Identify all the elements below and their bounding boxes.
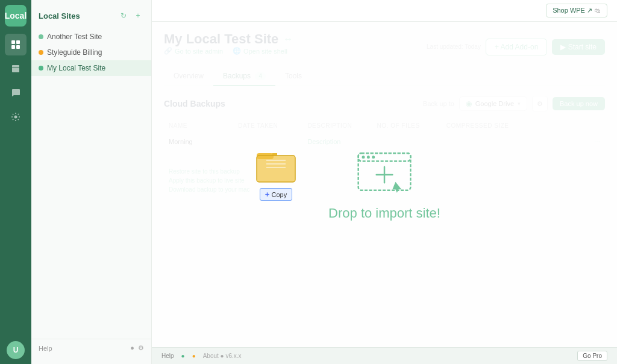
sidebar-item-label: Another Test Site bbox=[47, 33, 102, 41]
sidebar-help-link[interactable]: Help bbox=[39, 345, 52, 352]
sidebar-bottom: Help ● ⚙ bbox=[31, 339, 151, 357]
chat-icon bbox=[11, 88, 20, 98]
svg-rect-6 bbox=[359, 153, 411, 161]
sites-icon bbox=[11, 40, 20, 49]
nav-chat[interactable] bbox=[5, 82, 27, 104]
status-site-info: About ● v6.x.x bbox=[203, 353, 242, 359]
status-bar: Help ● ● About ● v6.x.x Go Pro bbox=[152, 347, 617, 364]
sidebar-item-my-local-test-site[interactable]: My Local Test Site bbox=[31, 60, 151, 76]
sidebar-refresh-button[interactable]: ↻ bbox=[117, 10, 130, 22]
sidebar-item-label: Styleguide Billing bbox=[47, 48, 102, 57]
svg-point-8 bbox=[367, 155, 370, 158]
svg-rect-2 bbox=[11, 45, 15, 49]
gear-icon bbox=[11, 112, 20, 122]
content-area: My Local Test Site ↔ 🔗 Go to site admin … bbox=[152, 22, 617, 347]
browser-add-icon bbox=[354, 148, 415, 196]
user-avatar[interactable]: U bbox=[7, 341, 25, 359]
sidebar-item-styleguide-billing[interactable]: Styleguide Billing bbox=[31, 45, 151, 60]
sidebar-header: Local Sites ↻ + bbox=[31, 7, 151, 29]
sidebar-header-actions: ↻ + bbox=[117, 10, 144, 22]
icon-bar: Local U bbox=[0, 0, 31, 364]
external-link-icon: 🛍 bbox=[595, 7, 601, 14]
main-area: Shop WPE ↗ 🛍 My Local Test Site ↔ 🔗 Go t… bbox=[152, 0, 617, 364]
svg-rect-1 bbox=[16, 40, 20, 44]
drop-overlay: Drop to import site! bbox=[152, 22, 617, 347]
drop-text: Drop to import site! bbox=[328, 206, 440, 221]
status-indicator-2: ● bbox=[192, 353, 196, 359]
site-status-dot bbox=[39, 66, 43, 71]
status-indicator-1: ● bbox=[181, 353, 185, 359]
svg-rect-3 bbox=[16, 45, 20, 49]
status-bar-left: Help ● ● About ● v6.x.x bbox=[161, 353, 242, 359]
nav-addons[interactable] bbox=[5, 58, 27, 80]
svg-point-7 bbox=[362, 155, 365, 158]
sidebar-add-button[interactable]: + bbox=[132, 10, 144, 22]
svg-point-4 bbox=[14, 116, 17, 119]
site-status-dot bbox=[39, 34, 43, 39]
site-status-dot bbox=[39, 50, 43, 55]
svg-point-9 bbox=[372, 155, 375, 158]
nav-settings[interactable] bbox=[5, 106, 27, 128]
sidebar-notification-icon[interactable]: ● bbox=[130, 344, 134, 352]
sidebar-item-label: My Local Test Site bbox=[47, 64, 105, 72]
sidebar-item-another-test-site[interactable]: Another Test Site bbox=[31, 29, 151, 45]
status-help-text[interactable]: Help bbox=[161, 353, 174, 359]
sidebar: Local Sites ↻ + Another Test Site Styleg… bbox=[31, 0, 152, 364]
topbar: Shop WPE ↗ 🛍 bbox=[152, 0, 617, 22]
icon-bar-bottom: U bbox=[7, 341, 25, 359]
go-pro-button[interactable]: Go Pro bbox=[577, 351, 607, 361]
sidebar-title: Local Sites bbox=[39, 11, 80, 20]
shop-wpe-button[interactable]: Shop WPE ↗ 🛍 bbox=[546, 4, 607, 17]
app-logo[interactable]: Local bbox=[5, 5, 27, 27]
svg-rect-0 bbox=[11, 40, 15, 44]
sidebar-settings-icon[interactable]: ⚙ bbox=[138, 344, 144, 352]
status-bar-right: Go Pro bbox=[572, 351, 607, 361]
addons-icon bbox=[11, 64, 20, 74]
nav-sites[interactable] bbox=[5, 34, 27, 55]
